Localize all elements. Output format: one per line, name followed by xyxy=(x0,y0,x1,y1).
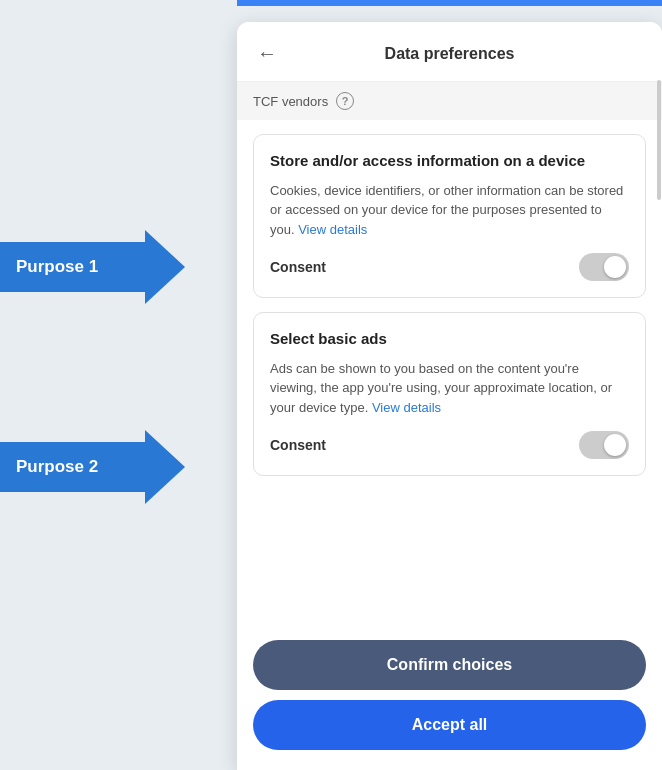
purpose-1-description: Cookies, device identifiers, or other in… xyxy=(270,181,629,240)
arrow-1-head xyxy=(145,230,185,304)
modal-title: Data preferences xyxy=(385,45,515,63)
top-blue-bar xyxy=(237,0,662,6)
back-icon: ← xyxy=(257,42,277,65)
purpose-2-view-details-link[interactable]: View details xyxy=(372,400,441,415)
purpose-2-toggle-thumb xyxy=(604,434,626,456)
modal-header: ← Data preferences xyxy=(237,22,662,82)
help-question-mark: ? xyxy=(342,95,349,107)
purpose-1-arrow: Purpose 1 xyxy=(0,230,185,304)
confirm-choices-button[interactable]: Confirm choices xyxy=(253,640,646,690)
purpose-card-2: Select basic ads Ads can be shown to you… xyxy=(253,312,646,476)
purpose-1-title: Store and/or access information on a dev… xyxy=(270,151,629,171)
purpose-1-consent-row: Consent xyxy=(270,253,629,281)
purpose-2-consent-label: Consent xyxy=(270,437,326,453)
modal-footer: Confirm choices Accept all xyxy=(237,626,662,770)
arrow-2-label: Purpose 2 xyxy=(16,457,98,477)
purpose-1-consent-label: Consent xyxy=(270,259,326,275)
scrollbar-thumb xyxy=(657,80,661,200)
arrow-1-label: Purpose 1 xyxy=(16,257,98,277)
purpose-1-toggle-thumb xyxy=(604,256,626,278)
purpose-2-toggle-track xyxy=(579,431,629,459)
data-preferences-modal: ← Data preferences TCF vendors ? Store a… xyxy=(237,22,662,770)
tcf-help-icon[interactable]: ? xyxy=(336,92,354,110)
accept-all-button[interactable]: Accept all xyxy=(253,700,646,750)
purpose-1-toggle[interactable] xyxy=(579,253,629,281)
tcf-vendors-section: TCF vendors ? xyxy=(237,82,662,120)
modal-body: TCF vendors ? Store and/or access inform… xyxy=(237,82,662,626)
arrow-2-head xyxy=(145,430,185,504)
purpose-2-title: Select basic ads xyxy=(270,329,629,349)
purpose-2-toggle[interactable] xyxy=(579,431,629,459)
purpose-2-description: Ads can be shown to you based on the con… xyxy=(270,359,629,418)
scrollbar[interactable] xyxy=(656,72,662,640)
purpose-1-toggle-track xyxy=(579,253,629,281)
back-button[interactable]: ← xyxy=(253,38,281,69)
purpose-card-1: Store and/or access information on a dev… xyxy=(253,134,646,298)
purpose-2-consent-row: Consent xyxy=(270,431,629,459)
purpose-2-desc-text: Ads can be shown to you based on the con… xyxy=(270,361,612,415)
purpose-1-view-details-link[interactable]: View details xyxy=(298,222,367,237)
tcf-vendors-label: TCF vendors xyxy=(253,94,328,109)
purpose-2-arrow: Purpose 2 xyxy=(0,430,185,504)
